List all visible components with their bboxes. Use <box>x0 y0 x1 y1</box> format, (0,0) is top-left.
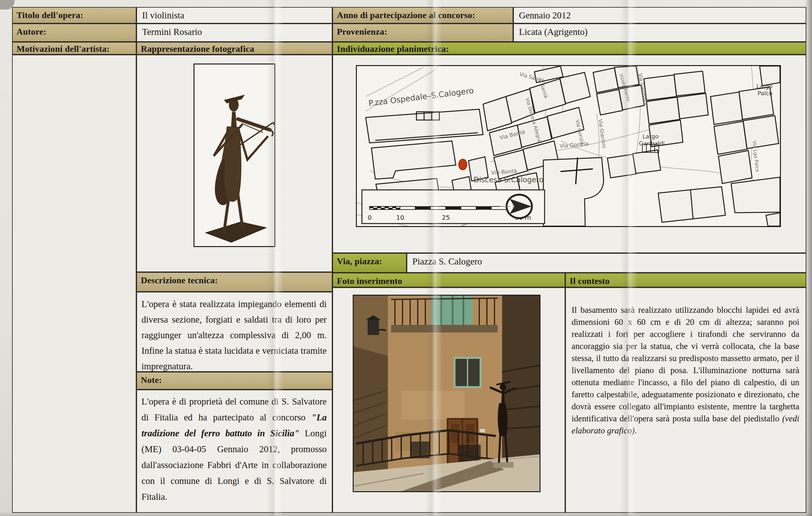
motivazioni-label-cell: Motivazioni dell'artista: <box>12 42 136 55</box>
foto-header-cell: Foto inserimento <box>332 273 565 288</box>
autore-label: Autore: <box>13 24 136 39</box>
statue-photo-frame <box>194 63 275 247</box>
note-text-after: Longi (ME) 03-04-05 Gennaio 2012, promos… <box>142 428 327 502</box>
context-photo-frame <box>353 295 541 492</box>
note-header: Note: <box>137 373 332 388</box>
autore-value: Termini Rosario <box>137 24 332 40</box>
foto-header: Foto inserimento <box>333 273 564 289</box>
scale-tick-25: 25 <box>442 214 450 221</box>
via-piazza-value: Piazza S. Calogero <box>407 254 806 269</box>
individuazione-header-cell: Individuazione planimetrica: <box>332 42 806 55</box>
map-scale-box: 0 10 25 50 m N <box>362 190 545 223</box>
note-text-cell: L'opera è di proprietà del comune di S. … <box>136 390 332 513</box>
contesto-text-cell: Il basamento sarà realizzato utilizzando… <box>565 288 806 513</box>
via-piazza-label-cell: Via, piazza: <box>332 253 407 273</box>
titolo-value: Il violinista <box>137 8 332 23</box>
titolo-label: Titolo dell'opera: <box>13 8 136 23</box>
statue-illustration <box>195 64 274 246</box>
anno-label-cell: Anno di partecipazione al concorso: <box>332 7 513 24</box>
site-map: P.zza Ospedale–S.Calogero Discesa S.Calo… <box>357 66 780 226</box>
scale-tick-0: 0 <box>368 214 372 221</box>
provenienza-value-cell: Licata (Agrigento) <box>513 24 806 42</box>
anno-value-cell: Gennaio 2012 <box>513 7 806 24</box>
location-marker <box>459 159 467 170</box>
map-label-largo-palco-1: Largo <box>756 83 773 89</box>
descrizione-header: Descrizione tecnica: <box>137 273 332 288</box>
via-piazza-label: Via, piazza: <box>333 254 406 269</box>
contesto-text-main: Il basamento sarà realizzato utilizzando… <box>572 305 799 423</box>
map-label-discesa-scalogero: Discesa S.Calogero <box>473 175 544 184</box>
descrizione-text: L'opera è stata realizzata impiegando el… <box>137 293 332 374</box>
autore-value-cell: Termini Rosario <box>136 24 332 42</box>
provenienza-label: Provenienza: <box>333 24 513 39</box>
contesto-text-end: . <box>635 426 637 435</box>
note-text: L'opera è di proprietà del comune di S. … <box>137 390 332 505</box>
map-frame: P.zza Ospedale–S.Calogero Discesa S.Calo… <box>356 65 781 227</box>
descrizione-text-cell: L'opera è stata realizzata impiegando el… <box>136 292 332 372</box>
contesto-header-cell: Il contesto <box>565 273 806 288</box>
street-scene <box>354 296 540 491</box>
anno-label: Anno di partecipazione al concorso: <box>333 8 513 23</box>
scanned-form-sheet: Titolo dell'opera: Il violinista Anno di… <box>0 0 812 516</box>
map-label-largo-garibaldi-1: Largo <box>643 133 659 140</box>
provenienza-label-cell: Provenienza: <box>332 24 513 42</box>
via-piazza-value-cell: Piazza S. Calogero <box>407 253 806 273</box>
note-header-cell: Note: <box>136 372 332 390</box>
note-text-before: L'opera è di proprietà del comune di S. … <box>142 396 327 422</box>
map-label-largo-palco-2: Palco <box>758 90 773 97</box>
anno-value: Gennaio 2012 <box>514 8 806 23</box>
context-photo <box>354 296 540 491</box>
map-label-largo-garibaldi-2: Garibaldi <box>639 140 665 147</box>
titolo-label-cell: Titolo dell'opera: <box>12 7 136 24</box>
provenienza-value: Licata (Agrigento) <box>514 24 806 40</box>
titolo-value-cell: Il violinista <box>136 7 332 24</box>
descrizione-header-cell: Descrizione tecnica: <box>136 272 332 292</box>
contesto-header: Il contesto <box>566 273 806 289</box>
contesto-text: Il basamento sarà realizzato utilizzando… <box>566 288 806 437</box>
autore-label-cell: Autore: <box>12 24 136 42</box>
scale-tick-10: 10 <box>396 214 404 221</box>
motivazioni-empty-cell <box>12 55 136 513</box>
rappresentazione-header-cell: Rappresentazione fotografica <box>136 42 332 55</box>
